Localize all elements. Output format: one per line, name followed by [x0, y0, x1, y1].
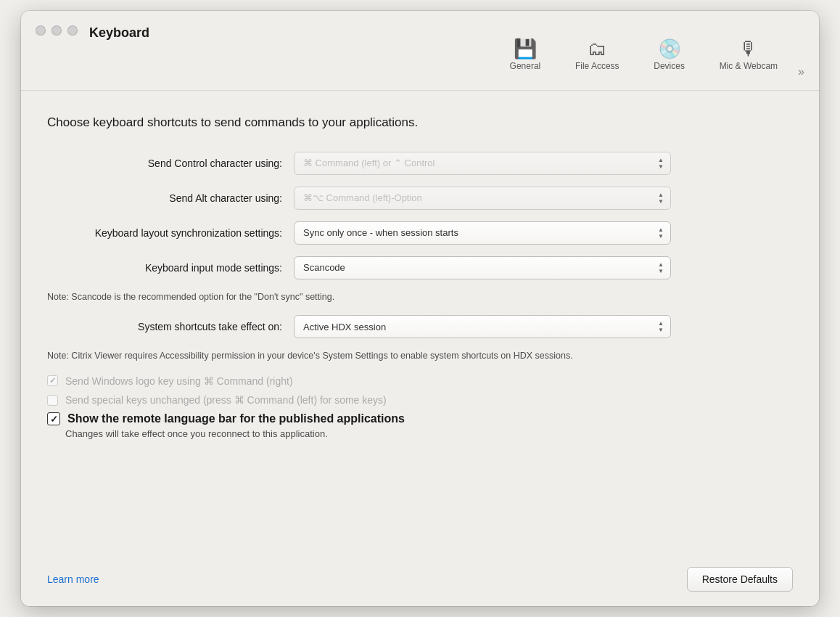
main-content: Choose keyboard shortcuts to send comman…	[21, 91, 819, 555]
system-shortcuts-select-wrapper: Active HDX session ▲ ▼	[294, 315, 671, 338]
restore-defaults-button[interactable]: Restore Defaults	[687, 567, 793, 592]
reconnect-note: Changes will take effect once you reconn…	[65, 428, 793, 439]
system-shortcuts-label: System shortcuts take effect on:	[47, 321, 294, 332]
window-title: Keyboard	[89, 25, 149, 52]
tab-general[interactable]: 💾 General	[493, 33, 558, 80]
send-alt-label: Send Alt character using:	[47, 192, 294, 204]
tab-mic-webcam[interactable]: 🎙 Mic & Webcam	[705, 33, 792, 80]
keyboard-input-label: Keyboard input mode settings:	[47, 262, 294, 274]
tab-devices[interactable]: 💿 Devices	[637, 33, 702, 80]
mic-webcam-icon: 🎙	[739, 39, 758, 58]
maximize-button[interactable]	[67, 25, 78, 36]
send-control-label: Send Control character using:	[47, 158, 294, 169]
page-description: Choose keyboard shortcuts to send comman…	[47, 114, 793, 131]
keyboard-layout-row: Keyboard layout synchronization settings…	[47, 221, 793, 245]
special-keys-row: Send special keys unchanged (press ⌘ Com…	[47, 393, 793, 406]
titlebar: Keyboard 💾 General 🗂 File Access 💿 Devic…	[21, 11, 819, 91]
language-bar-label: Show the remote language bar for the pub…	[67, 412, 405, 425]
send-alt-select-wrapper: ⌘⌥ Command (left)-Option ▲ ▼	[294, 187, 671, 210]
keyboard-input-select-wrapper: Scancode ▲ ▼	[294, 256, 671, 279]
language-bar-row: Show the remote language bar for the pub…	[47, 412, 793, 425]
system-shortcuts-row: System shortcuts take effect on: Active …	[47, 315, 793, 338]
windows-logo-row: Send Windows logo key using ⌘ Command (r…	[47, 375, 793, 388]
minimize-button[interactable]	[52, 25, 62, 36]
windows-logo-checkbox[interactable]	[47, 375, 58, 386]
tab-file-access-label: File Access	[575, 61, 619, 71]
keyboard-layout-select[interactable]: Sync only once - when session starts	[294, 221, 671, 245]
tab-general-label: General	[510, 61, 541, 71]
file-access-icon: 🗂	[588, 39, 606, 58]
send-alt-row: Send Alt character using: ⌘⌥ Command (le…	[47, 187, 793, 210]
accessibility-note: Note: Citrix Viewer requires Accessibili…	[47, 350, 793, 363]
language-bar-checkbox[interactable]	[47, 412, 60, 425]
keyboard-input-select[interactable]: Scancode	[294, 256, 671, 279]
traffic-lights	[36, 25, 78, 47]
tab-bar: 💾 General 🗂 File Access 💿 Devices 🎙 Mic …	[493, 33, 792, 80]
special-keys-label: Send special keys unchanged (press ⌘ Com…	[65, 393, 387, 406]
footer: Learn more Restore Defaults	[21, 555, 819, 606]
windows-logo-label: Send Windows logo key using ⌘ Command (r…	[65, 375, 293, 388]
send-control-select[interactable]: ⌘ Command (left) or ⌃ Control	[294, 152, 671, 175]
keyboard-layout-label: Keyboard layout synchronization settings…	[47, 227, 294, 239]
tab-mic-webcam-label: Mic & Webcam	[720, 61, 778, 71]
scancode-note: Note: Scancode is the recommended option…	[47, 291, 793, 304]
send-control-row: Send Control character using: ⌘ Command …	[47, 152, 793, 175]
send-alt-select[interactable]: ⌘⌥ Command (left)-Option	[294, 187, 671, 210]
send-control-select-wrapper: ⌘ Command (left) or ⌃ Control ▲ ▼	[294, 152, 671, 175]
learn-more-link[interactable]: Learn more	[47, 573, 99, 585]
devices-icon: 💿	[658, 39, 681, 58]
system-shortcuts-select[interactable]: Active HDX session	[294, 315, 671, 338]
keyboard-input-row: Keyboard input mode settings: Scancode ▲…	[47, 256, 793, 279]
keyboard-layout-select-wrapper: Sync only once - when session starts ▲ ▼	[294, 221, 671, 245]
close-button[interactable]	[36, 25, 46, 36]
tab-devices-label: Devices	[654, 61, 685, 71]
nav-arrow[interactable]: »	[798, 65, 804, 90]
tab-file-access[interactable]: 🗂 File Access	[561, 33, 634, 80]
general-icon: 💾	[514, 39, 537, 58]
keyboard-window: Keyboard 💾 General 🗂 File Access 💿 Devic…	[21, 11, 819, 606]
special-keys-checkbox[interactable]	[47, 395, 58, 406]
